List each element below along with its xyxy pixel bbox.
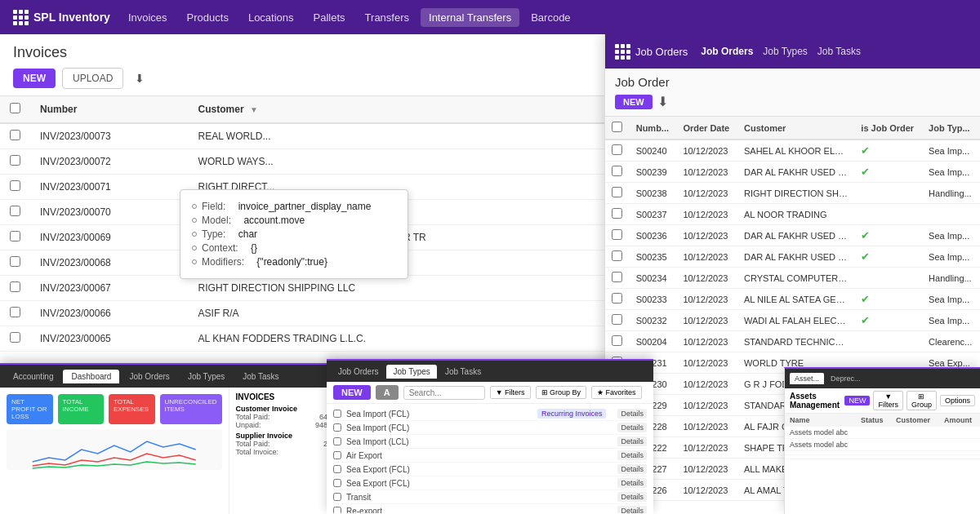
jt-checkbox[interactable] bbox=[333, 410, 341, 418]
row-checkbox[interactable] bbox=[10, 256, 20, 267]
jo-number[interactable]: S00233 bbox=[630, 289, 677, 310]
jt-details-btn[interactable]: Details bbox=[617, 436, 647, 446]
jo-row-checkbox[interactable] bbox=[612, 166, 622, 176]
job-type-item[interactable]: Sea Export (FCL) Details bbox=[333, 463, 647, 476]
jt-details-btn[interactable]: Details bbox=[617, 506, 647, 513]
nav-invoices[interactable]: Invoices bbox=[120, 8, 176, 27]
nav-locations[interactable]: Locations bbox=[240, 8, 302, 27]
invoice-number[interactable]: INV/2023/00069 bbox=[30, 225, 189, 250]
tab-job-tasks[interactable]: Job Tasks bbox=[234, 370, 287, 383]
jo-row-checkbox[interactable] bbox=[612, 314, 622, 325]
jo-row-checkbox[interactable] bbox=[612, 335, 622, 346]
upload-button[interactable]: UPLOAD bbox=[62, 68, 123, 89]
jo-row-checkbox[interactable] bbox=[612, 144, 622, 155]
jt-tab-job-types[interactable]: Job Types bbox=[386, 365, 436, 379]
row-checkbox[interactable] bbox=[10, 130, 20, 140]
jo-row-checkbox[interactable] bbox=[612, 229, 622, 240]
asset-groupby-btn[interactable]: ⊞ Group bbox=[906, 391, 937, 410]
new-invoice-button[interactable]: NEW bbox=[13, 69, 56, 88]
jo-number[interactable]: S00232 bbox=[630, 310, 677, 331]
invoice-number[interactable]: INV/2023/00068 bbox=[30, 250, 189, 276]
jt-group-btn[interactable]: ⊞ Group By bbox=[536, 386, 587, 399]
jo-number[interactable]: S00238 bbox=[630, 183, 677, 204]
jo-select-all[interactable] bbox=[612, 122, 622, 132]
jo-number[interactable]: S00236 bbox=[630, 225, 677, 246]
jo-number[interactable]: S00204 bbox=[630, 331, 677, 352]
invoice-number[interactable]: INV/2023/00070 bbox=[30, 200, 189, 225]
app-logo[interactable]: SPL Inventory bbox=[7, 10, 117, 25]
jo-nav-job-types[interactable]: Job Types bbox=[763, 46, 807, 57]
jt-details-btn[interactable]: Details bbox=[617, 492, 647, 502]
jt-new-button[interactable]: NEW bbox=[333, 385, 371, 400]
nav-internal-transfers[interactable]: Internal Transfers bbox=[421, 8, 519, 27]
row-checkbox[interactable] bbox=[10, 231, 20, 241]
jo-number[interactable]: S00235 bbox=[630, 246, 677, 268]
job-type-item[interactable]: Sea Import (LCL) Details bbox=[333, 435, 647, 449]
tab-job-types[interactable]: Job Types bbox=[180, 370, 233, 383]
asset-name[interactable] bbox=[785, 455, 856, 459]
job-type-item[interactable]: Air Export Details bbox=[333, 449, 647, 463]
asset-options-btn[interactable]: Options bbox=[940, 395, 975, 406]
jo-row-checkbox[interactable] bbox=[612, 187, 622, 197]
tab-job-orders[interactable]: Job Orders bbox=[121, 370, 177, 383]
row-checkbox[interactable] bbox=[10, 206, 20, 216]
jt-checkbox[interactable] bbox=[333, 423, 341, 432]
row-checkbox[interactable] bbox=[10, 281, 20, 292]
row-checkbox[interactable] bbox=[10, 332, 20, 343]
invoice-number[interactable]: INV/2023/00071 bbox=[30, 175, 189, 200]
download-icon[interactable]: ⬇ bbox=[130, 68, 149, 89]
nav-transfers[interactable]: Transfers bbox=[357, 8, 417, 27]
asset-new-button[interactable]: NEW bbox=[844, 396, 870, 405]
row-checkbox[interactable] bbox=[10, 155, 20, 166]
jo-nav-job-orders[interactable]: Job Orders bbox=[701, 46, 753, 57]
jt-favorites-btn[interactable]: ★ Favorites bbox=[591, 386, 642, 399]
jo-row-checkbox[interactable] bbox=[612, 293, 622, 304]
invoice-number[interactable]: INV/2023/00066 bbox=[30, 301, 189, 326]
jt-checkbox[interactable] bbox=[333, 507, 341, 513]
job-type-item[interactable]: Sea Import (FCL) Details bbox=[333, 421, 647, 435]
jo-download-icon[interactable]: ⬇ bbox=[657, 94, 668, 109]
select-all-checkbox[interactable] bbox=[10, 103, 20, 113]
jt-details-btn[interactable]: Details bbox=[617, 423, 647, 432]
invoice-number[interactable]: INV/2023/00072 bbox=[30, 149, 189, 175]
jo-row-checkbox[interactable] bbox=[612, 208, 622, 219]
jt-details-btn[interactable]: Details bbox=[617, 464, 647, 474]
jo-new-button[interactable]: NEW bbox=[615, 95, 653, 109]
asset-filter-btn[interactable]: ▼ Filters bbox=[873, 391, 903, 410]
jt-details-btn[interactable]: Details bbox=[617, 478, 647, 488]
invoice-number[interactable]: INV/2023/00073 bbox=[30, 123, 189, 149]
invoice-number[interactable]: INV/2023/00065 bbox=[30, 326, 189, 352]
jt-details-btn[interactable]: Details bbox=[617, 409, 647, 419]
jt-checkbox[interactable] bbox=[333, 493, 341, 501]
nav-barcode[interactable]: Barcode bbox=[523, 8, 578, 27]
jt-checkbox[interactable] bbox=[333, 479, 341, 487]
jo-number[interactable]: S00237 bbox=[630, 204, 677, 225]
jo-number[interactable]: S00239 bbox=[630, 162, 677, 183]
job-type-item[interactable]: Transit Details bbox=[333, 490, 647, 504]
tab-dashboard[interactable]: Dashboard bbox=[63, 370, 119, 383]
nav-products[interactable]: Products bbox=[179, 8, 237, 27]
job-type-item[interactable]: Sea Export (FCL) Details bbox=[333, 476, 647, 490]
invoice-number[interactable]: INV/2023/00067 bbox=[30, 276, 189, 301]
jt-alt-button[interactable]: A bbox=[376, 385, 399, 400]
asset-tab-assets[interactable]: Asset... bbox=[790, 373, 824, 384]
row-checkbox[interactable] bbox=[10, 307, 20, 317]
asset-name[interactable]: Assets model abc bbox=[785, 439, 856, 451]
customer-dropdown-icon[interactable]: ▼ bbox=[250, 105, 258, 114]
jo-row-checkbox[interactable] bbox=[612, 272, 622, 282]
jo-nav-job-tasks[interactable]: Job Tasks bbox=[817, 46, 861, 57]
nav-pallets[interactable]: Pallets bbox=[305, 8, 354, 27]
tab-accounting[interactable]: Accounting bbox=[5, 370, 61, 383]
jt-tab-job-tasks[interactable]: Job Tasks bbox=[439, 365, 488, 379]
jt-filter-btn[interactable]: ▼ Filters bbox=[490, 386, 531, 399]
jt-search-input[interactable] bbox=[403, 386, 485, 400]
jo-number[interactable]: S00234 bbox=[630, 268, 677, 289]
row-checkbox[interactable] bbox=[10, 180, 20, 191]
jt-checkbox[interactable] bbox=[333, 451, 341, 459]
jt-checkbox[interactable] bbox=[333, 465, 341, 473]
jt-details-btn[interactable]: Details bbox=[617, 450, 647, 460]
asset-name[interactable]: Assets model abc bbox=[785, 427, 856, 439]
jt-tab-job-orders[interactable]: Job Orders bbox=[332, 365, 385, 379]
jt-checkbox[interactable] bbox=[333, 437, 341, 445]
jo-row-checkbox[interactable] bbox=[612, 250, 622, 261]
